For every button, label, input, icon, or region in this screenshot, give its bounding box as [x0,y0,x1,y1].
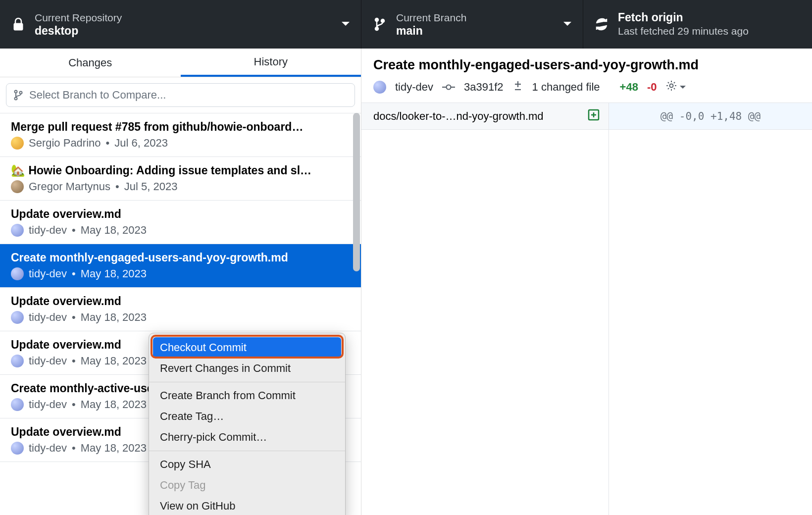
author-avatar [11,224,24,237]
commit-item-date: May 18, 2023 [81,442,147,455]
commit-item-date: Jul 6, 2023 [114,137,168,150]
commit-item-title: Create monthly-engaged-users-and-yoy-gro… [11,251,351,264]
file-added-icon [588,109,600,124]
additions-count: +48 [620,81,638,94]
commit-item-author: tidy-dev [29,355,67,367]
menu-separator [149,382,345,382]
svg-point-3 [381,19,384,22]
hunk-header: @@ -0,0 +1,48 @@ [609,103,812,129]
menu-revert-commit[interactable]: Revert Changes in Commit [149,358,345,379]
fetch-origin-button[interactable]: Fetch origin Last fetched 29 minutes ago [583,0,812,49]
commit-item-date: May 18, 2023 [81,355,147,367]
toolbar: Current Repository desktop Current Branc… [0,0,812,49]
commit-item[interactable]: Merge pull request #785 from github/howi… [0,113,361,157]
repo-label: Current Repository [35,11,122,24]
svg-point-4 [15,91,17,93]
sidebar: Changes History Select Branch to Compare… [0,49,361,515]
commit-item-date: May 18, 2023 [81,398,147,411]
current-branch-selector[interactable]: Current Branch main [361,0,583,49]
scrollbar[interactable] [353,113,360,515]
file-path-cell[interactable]: docs/looker-to-…nd-yoy-growth.md [361,103,609,129]
author-avatar [11,355,24,367]
commit-item-title: 🏡 Howie Onboarding: Adding issue templat… [11,164,351,177]
diff-icon [512,80,523,94]
svg-rect-0 [14,23,23,30]
scrollbar-thumb[interactable] [353,113,360,271]
menu-separator [149,451,345,451]
svg-point-6 [20,92,22,94]
commit-item[interactable]: Update overview.mdtidy-dev•May 18, 2023 [0,201,361,244]
svg-point-1 [375,18,378,21]
author-avatar [373,81,386,94]
commit-item-date: May 18, 2023 [81,267,147,280]
fetch-status: Last fetched 29 minutes ago [618,24,749,38]
svg-point-13 [670,84,673,88]
current-repository-selector[interactable]: Current Repository desktop [0,0,361,49]
author-avatar [11,311,24,324]
commit-detail: Create monthly-engaged-users-and-yoy-gro… [361,49,812,515]
author-avatar [11,398,24,411]
diff-pane [609,130,812,515]
menu-copy-tag: Copy Tag [149,475,345,496]
commit-item[interactable]: Update overview.mdtidy-dev•May 18, 2023 [0,288,361,331]
commit-item-date: Jul 5, 2023 [124,180,178,193]
branch-icon [372,17,387,32]
file-path: docs/looker-to-…nd-yoy-growth.md [373,110,544,123]
commit-context-menu: Checkout Commit Revert Changes in Commit… [149,333,346,515]
diff-options-button[interactable] [665,80,686,95]
commit-item-title: Update overview.md [11,207,351,221]
branch-compare-selector[interactable]: Select Branch to Compare... [6,83,355,107]
file-row: docs/looker-to-…nd-yoy-growth.md @@ -0,0… [361,103,812,130]
author-avatar [11,267,24,280]
commit-icon [442,81,455,94]
gear-icon [665,80,677,95]
deletions-count: -0 [647,81,657,94]
commit-item-author: Sergio Padrino [29,137,101,150]
file-list-pane [361,130,609,515]
author-avatar [11,137,24,150]
fetch-label: Fetch origin [618,11,749,24]
menu-create-branch[interactable]: Create Branch from Commit [149,385,345,406]
commit-item-author: tidy-dev [29,311,67,324]
chevron-down-icon [679,85,686,90]
tab-changes[interactable]: Changes [0,49,181,77]
detail-header: Create monthly-engaged-users-and-yoy-gro… [361,49,812,103]
commit-item-date: May 18, 2023 [81,311,147,324]
commit-item[interactable]: Create monthly-engaged-users-and-yoy-gro… [0,244,361,288]
menu-cherry-pick[interactable]: Cherry-pick Commit… [149,427,345,448]
sidebar-tabs: Changes History [0,49,361,77]
svg-point-7 [447,85,451,90]
commit-item-author: tidy-dev [29,224,67,237]
changed-files-count: 1 changed file [532,81,600,94]
commit-item[interactable]: 🏡 Howie Onboarding: Adding issue templat… [0,157,361,201]
tab-history[interactable]: History [181,49,361,77]
svg-point-5 [15,98,17,100]
commit-item-author: Gregor Martynus [29,180,110,193]
branch-label: Current Branch [396,11,466,24]
commit-item-date: May 18, 2023 [81,224,147,237]
sync-icon [594,17,609,31]
compare-placeholder: Select Branch to Compare... [29,89,166,102]
commit-title: Create monthly-engaged-users-and-yoy-gro… [373,57,800,73]
menu-checkout-commit[interactable]: Checkout Commit [153,337,341,358]
svg-point-2 [375,27,378,30]
author-avatar [11,180,24,193]
commit-item-author: tidy-dev [29,267,67,280]
lock-icon [11,17,26,31]
commit-item-author: tidy-dev [29,442,67,455]
branch-value: main [396,24,466,38]
menu-create-tag[interactable]: Create Tag… [149,406,345,427]
author-avatar [11,442,24,455]
menu-view-on-github[interactable]: View on GitHub [149,496,345,515]
chevron-down-icon [341,20,350,29]
commit-item-title: Merge pull request #785 from github/howi… [11,120,351,134]
menu-copy-sha[interactable]: Copy SHA [149,454,345,475]
commit-item-title: Update overview.md [11,295,351,308]
chevron-down-icon [563,20,572,29]
commit-sha: 3a391f2 [464,81,504,94]
repo-value: desktop [35,24,122,38]
commit-author: tidy-dev [395,81,433,94]
commit-item-author: tidy-dev [29,398,67,411]
